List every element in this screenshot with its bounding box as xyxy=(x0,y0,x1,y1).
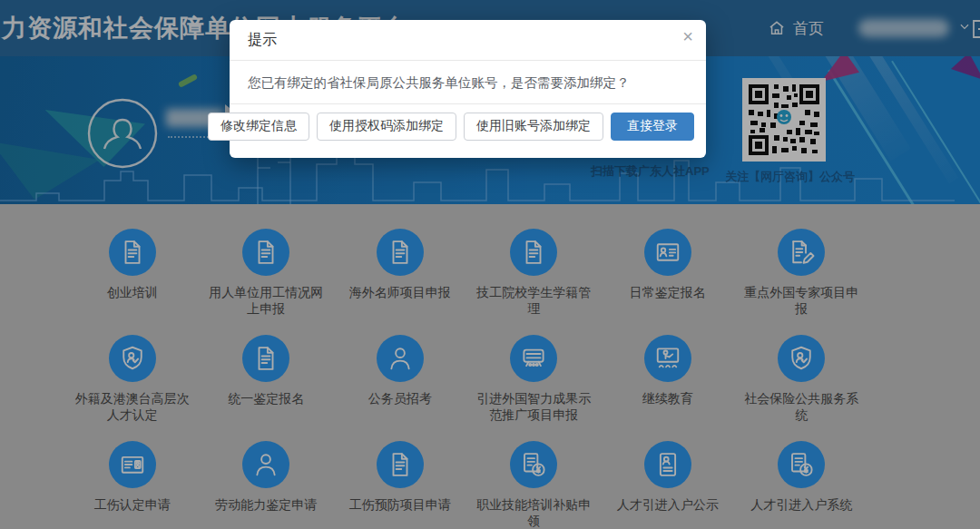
auth-code-bind-button[interactable]: 使用授权码添加绑定 xyxy=(317,113,456,141)
dialog-footer: 修改绑定信息 使用授权码添加绑定 使用旧账号添加绑定 直接登录 xyxy=(230,103,706,148)
close-icon[interactable]: × xyxy=(682,27,693,45)
dialog-message: 您已有绑定的省社保局原公共服务单位账号，是否需要添加绑定？ xyxy=(230,61,706,103)
old-account-bind-button[interactable]: 使用旧账号添加绑定 xyxy=(464,113,603,141)
direct-login-button[interactable]: 直接登录 xyxy=(611,113,694,141)
page: 力资源和社会保障单位网上服务平台 首页 xyxy=(0,0,980,529)
dialog-title: 提示 xyxy=(248,31,277,50)
bind-prompt-dialog: 提示 × 您已有绑定的省社保局原公共服务单位账号，是否需要添加绑定？ 修改绑定信… xyxy=(230,20,706,158)
modify-binding-button[interactable]: 修改绑定信息 xyxy=(208,113,309,141)
dialog-header: 提示 xyxy=(230,20,706,61)
